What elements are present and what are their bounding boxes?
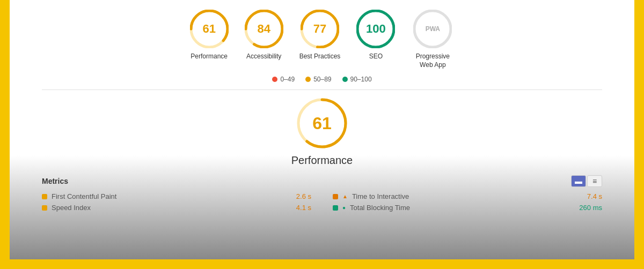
metric-icon-tti: ▲ bbox=[342, 193, 348, 199]
metric-dot-tti bbox=[333, 194, 338, 199]
score-item-seo[interactable]: 100 SEO bbox=[356, 10, 395, 61]
metrics-grid: First Contentful Paint 2.6 s ▲ Time to I… bbox=[42, 192, 602, 212]
metric-name-si: Speed Index bbox=[52, 204, 292, 212]
score-number-best-practices: 77 bbox=[313, 22, 326, 36]
metric-value-si: 4.1 s bbox=[296, 204, 311, 212]
score-item-best-practices[interactable]: 77 Best Practices bbox=[299, 10, 341, 61]
metric-dot-fcp bbox=[42, 194, 47, 199]
border-right bbox=[634, 0, 644, 269]
legend-label-mid: 50–89 bbox=[313, 76, 331, 83]
legend-item-high: 90–100 bbox=[342, 76, 372, 83]
legend-label-low: 0–49 bbox=[280, 76, 295, 83]
metric-value-fcp: 2.6 s bbox=[296, 192, 311, 200]
metric-value-tti: 7.4 s bbox=[587, 192, 602, 200]
metric-name-fcp: First Contentful Paint bbox=[52, 192, 292, 200]
scores-row: 61 Performance 84 Accessibility 77 Best … bbox=[10, 0, 634, 69]
legend-dot-high bbox=[342, 77, 348, 82]
score-number-seo: 100 bbox=[366, 22, 386, 36]
metric-name-tti: Time to Interactive bbox=[352, 192, 583, 200]
metric-name-tbt: Total Blocking Time bbox=[350, 204, 575, 212]
metric-value-tbt: 260 ms bbox=[579, 204, 602, 212]
score-number-accessibility: 84 bbox=[257, 22, 270, 36]
score-item-pwa[interactable]: PWA Progressive Web App bbox=[411, 10, 454, 69]
big-score-section: 61 Performance bbox=[10, 96, 634, 167]
legend-item-mid: 50–89 bbox=[305, 76, 331, 83]
legend-item-low: 0–49 bbox=[272, 76, 295, 83]
score-circle-pwa: PWA bbox=[413, 10, 452, 48]
legend-dot-mid bbox=[305, 77, 311, 82]
divider bbox=[42, 89, 602, 90]
metric-row-tbt: ● Total Blocking Time 260 ms bbox=[333, 204, 602, 212]
big-score-label: Performance bbox=[291, 154, 353, 167]
score-circle-seo: 100 bbox=[356, 10, 395, 48]
metrics-header: Metrics ▬ ≡ bbox=[42, 175, 602, 187]
big-score-number: 61 bbox=[312, 114, 332, 133]
metrics-section: Metrics ▬ ≡ First Contentful Paint 2.6 s… bbox=[42, 175, 602, 212]
score-number-performance: 61 bbox=[202, 22, 215, 36]
score-circle-accessibility: 84 bbox=[245, 10, 283, 48]
score-circle-performance: 61 bbox=[190, 10, 229, 48]
score-label-accessibility: Accessibility bbox=[246, 53, 281, 61]
metric-row-tti: ▲ Time to Interactive 7.4 s bbox=[333, 192, 602, 200]
legend-dot-low bbox=[272, 77, 277, 82]
metrics-title: Metrics bbox=[42, 177, 68, 185]
score-label-pwa: Progressive Web App bbox=[411, 53, 454, 69]
score-label-performance: Performance bbox=[191, 53, 228, 61]
metric-icon-tbt: ● bbox=[342, 205, 346, 211]
score-label-best-practices: Best Practices bbox=[299, 53, 341, 61]
legend-label-high: 90–100 bbox=[350, 76, 372, 83]
metric-dot-tbt bbox=[333, 205, 338, 211]
metric-dot-si bbox=[42, 205, 47, 211]
toggle-bar-button[interactable]: ▬ bbox=[571, 175, 586, 187]
score-label-seo: SEO bbox=[369, 53, 383, 61]
metric-row-fcp: First Contentful Paint 2.6 s bbox=[42, 192, 311, 200]
big-score-circle: 61 bbox=[295, 96, 349, 150]
score-number-pwa: PWA bbox=[426, 25, 440, 33]
toggle-list-button[interactable]: ≡ bbox=[587, 175, 602, 187]
main-content: 61 Performance 84 Accessibility 77 Best … bbox=[10, 0, 634, 259]
score-circle-best-practices: 77 bbox=[301, 10, 339, 48]
score-item-accessibility[interactable]: 84 Accessibility bbox=[245, 10, 283, 61]
score-item-performance[interactable]: 61 Performance bbox=[190, 10, 229, 61]
legend: 0–49 50–89 90–100 bbox=[10, 76, 634, 83]
metric-row-si: Speed Index 4.1 s bbox=[42, 204, 311, 212]
view-toggles: ▬ ≡ bbox=[571, 175, 602, 187]
border-left bbox=[0, 0, 10, 269]
border-bottom bbox=[10, 259, 634, 269]
